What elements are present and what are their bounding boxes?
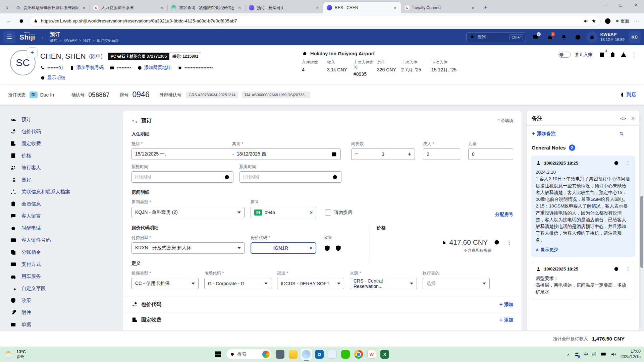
breadcrumb-item[interactable]: KWEAP [63,38,81,43]
ime-mode-indicator[interactable]: 拼 [592,351,596,357]
filter-notes-icon[interactable] [629,131,635,137]
taskbar-search-input[interactable]: 搜索 [226,349,272,360]
sidebar-item[interactable]: 附件 [10,306,123,318]
definition-select[interactable]: 选择 [423,278,490,289]
notes-close-icon[interactable] [631,115,635,122]
browser-tab[interactable]: ⊕ 贵阳机场智选假日酒店系统网址导 [12,2,90,13]
definition-select[interactable]: G - Corporate - G [204,278,271,289]
address-bar[interactable]: https://cn1.web.ep.shiji.world/reservati… [29,16,601,26]
notifications-bell-icon[interactable] [558,32,570,43]
breadcrumb-item[interactable]: 预订 [83,38,94,43]
rate-room-type-select[interactable]: KRXN - 开放式套房 超大床 [131,242,245,254]
warning-icon[interactable] [620,51,627,58]
tab-close-icon[interactable] [315,5,320,10]
external-ref-chip[interactable]: GRS #20733634|20251214 [186,92,238,98]
note-menu-icon[interactable] [626,266,631,272]
add-note-button[interactable]: 添加备注 [532,130,556,137]
add-button[interactable]: 添加 [499,317,513,323]
search-highlight-icon[interactable] [262,351,270,358]
cancel-policy-shield-icon[interactable] [324,245,331,252]
tab-close-icon[interactable] [81,5,87,10]
calendar-icon[interactable] [331,151,337,157]
nights-plus-button[interactable]: + [408,151,411,158]
nights-value[interactable]: 3 [382,152,384,157]
user-avatar[interactable]: KC [629,31,641,43]
workstation-icon[interactable]: × [530,32,541,43]
sidebar-item[interactable]: 关联信息和联系人档案 [10,186,123,198]
departure-value[interactable]: 18/12/2025 四. [237,151,268,157]
global-search-input[interactable]: 查询 Ctrl+/ [466,32,525,42]
tab-close-icon[interactable] [237,5,242,10]
reservation-notes-icon[interactable]: 3 [599,51,605,58]
guest-more-menu-icon[interactable]: ⋮ [631,52,637,58]
adults-input[interactable]: 2 [423,148,460,160]
assign-room-link[interactable]: 分配房号 [495,212,513,218]
help-icon[interactable] [572,32,584,43]
note-history-icon[interactable] [613,266,619,272]
external-ref-chip[interactable]: TAL #S00000026691199|DS|20733... [241,92,310,98]
volume-tray-icon[interactable] [610,351,616,358]
sidebar-item[interactable]: 用车服务 [10,270,123,282]
date-range-input[interactable]: 15/12/2025 一. - 18/12/2025 四. [131,148,341,160]
sidebar-item[interactable]: 叫醒电话 [10,222,123,234]
nights-minus-button[interactable]: − [355,151,358,158]
clock-icon[interactable] [332,174,338,180]
browser-tab[interactable]: L Loyalty Connect [401,2,479,13]
taskbar-clock[interactable]: 17:00 2025/12/15 [621,349,641,359]
start-button[interactable] [214,350,222,358]
room-type-select[interactable]: KQJN - 单卧套房 (2) [131,207,245,218]
no-post-toggle[interactable] [558,52,571,58]
minimize-button[interactable] [598,0,613,10]
definition-select[interactable]: CC - 信用卡担保 [131,278,199,289]
browser-menu-icon[interactable] [634,18,639,24]
close-button[interactable] [629,0,644,10]
sidebar-item[interactable]: 价格 [10,149,123,162]
profile-avatar-icon[interactable] [604,17,611,25]
add-guest-photo-button[interactable]: + [27,47,38,58]
note-history-icon[interactable] [613,160,619,166]
code-view-icon[interactable] [620,116,627,121]
clock-icon[interactable] [224,174,230,180]
taskbar-weather[interactable]: 13°C 多云 [4,350,26,359]
browser-update-button[interactable]: 更新 [615,18,631,24]
no-move-checkbox[interactable] [325,209,331,216]
add-mobile-link[interactable]: 添加手机号码 [69,65,104,71]
sidebar-item[interactable]: 客人证件号码 [10,234,123,246]
rate-code-input[interactable]: IGN1R [251,242,316,254]
checkin-button[interactable]: 到店 [619,92,636,98]
note-menu-icon[interactable] [626,160,631,166]
browser-tab[interactable]: 旅客查询 - 紫楠旅馆业治安信息管 [168,2,246,13]
sidebar-item[interactable]: 预订 [10,113,123,125]
clipboard-icon[interactable] [609,51,616,58]
sidebar-item[interactable]: 分账指令 [10,246,123,258]
url-text[interactable]: https://cn1.web.ep.shiji.world/reservati… [41,18,580,23]
clear-rate-code-icon[interactable] [310,245,312,251]
hamburger-menu-icon[interactable] [3,31,15,43]
ime-language-indicator[interactable]: 中 [584,351,588,357]
clear-room-icon[interactable] [310,210,313,215]
maximize-button[interactable] [613,0,629,10]
tab-search-button[interactable] [3,3,12,12]
add-website-link[interactable]: 添加网页地址 [137,65,171,71]
cashier-icon[interactable]: 🔒 [544,32,555,43]
scrollbar-thumb[interactable] [640,196,643,268]
browser-tab[interactable]: RES - CHEN [323,2,401,13]
favorite-star-icon[interactable] [591,18,596,24]
read-aloud-icon[interactable] [583,18,588,24]
tray-chevron-icon[interactable] [567,351,570,357]
sync-tray-icon[interactable] [574,352,580,357]
new-tab-button[interactable] [481,3,490,12]
breadcrumb-item[interactable]: 预订控制面板 [97,38,119,43]
browser-tab[interactable]: S 人力资源管理系统 [90,2,168,13]
tab-close-icon[interactable] [159,5,164,10]
price-menu-icon[interactable] [506,239,512,246]
arrival-value[interactable]: 15/12/2025 一. [135,151,230,157]
sidebar-item[interactable]: 喜好 [10,174,123,186]
sidebar-item[interactable]: 随行客人 [10,162,123,174]
sidebar-item[interactable]: 客人留言 [10,210,123,222]
definition-select[interactable]: IDCDS - DERBY SOFT [277,278,344,289]
sidebar-item[interactable]: 支付方式 [10,258,123,270]
add-button[interactable]: 添加 [499,302,513,308]
page-scrollbar[interactable] [640,105,643,330]
show-less-link[interactable]: 显示更少 [536,247,631,253]
